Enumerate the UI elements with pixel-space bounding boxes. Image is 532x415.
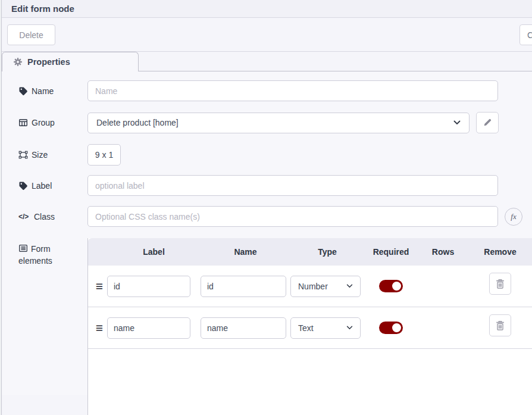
trash-icon <box>495 320 505 331</box>
group-select[interactable]: Delete product [home] <box>87 113 470 133</box>
element-name-input[interactable] <box>201 317 286 339</box>
trash-icon <box>495 279 505 289</box>
label-label: Label <box>18 181 87 191</box>
chevron-down-icon <box>346 326 353 330</box>
dialog-toolbar: Delete Cancel <box>2 18 532 52</box>
edit-group-button[interactable] <box>476 112 499 133</box>
form-elements-table: Label Name Type Required Rows Remove ≡ N… <box>87 238 532 415</box>
name-row: Name <box>2 80 532 101</box>
cancel-button[interactable]: Cancel <box>520 24 532 45</box>
toggle-knob <box>392 282 401 291</box>
tag-icon <box>18 86 28 96</box>
element-type-select[interactable]: Number <box>290 276 361 297</box>
size-label: Size <box>18 150 87 160</box>
class-label: </> Class <box>18 212 87 221</box>
col-header-label: Label <box>107 247 201 257</box>
code-icon: </> <box>18 213 30 221</box>
list-icon <box>18 244 28 253</box>
chevron-down-icon <box>453 120 461 125</box>
class-expression-button[interactable]: fx <box>505 208 522 226</box>
pencil-icon <box>483 118 492 127</box>
group-row: Group Delete product [home] <box>2 112 532 133</box>
group-label: Group <box>18 118 87 127</box>
element-label-input[interactable] <box>107 276 190 297</box>
class-input[interactable] <box>87 206 498 227</box>
gear-icon <box>13 57 23 67</box>
remove-element-button[interactable] <box>489 314 511 336</box>
element-label-input[interactable] <box>107 317 190 339</box>
tab-properties[interactable]: Properties <box>2 52 139 71</box>
class-row: </> Class fx <box>2 206 532 227</box>
dialog-header: Edit form node <box>2 0 532 18</box>
edit-form-node-dialog: Edit form node Delete Cancel Pr <box>1 0 532 415</box>
form-elements-table-header: Label Name Type Required Rows Remove <box>88 238 532 266</box>
remove-element-button[interactable] <box>489 273 511 295</box>
element-name-input[interactable] <box>201 276 286 297</box>
form-elements-row: Form elements Label Name Type Required R… <box>2 238 532 415</box>
element-type-select[interactable]: Text <box>290 317 361 339</box>
required-toggle[interactable] <box>379 280 403 292</box>
delete-button[interactable]: Delete <box>7 24 55 45</box>
table-icon <box>18 118 28 127</box>
size-button[interactable]: 9 x 1 <box>87 144 121 166</box>
object-group-icon <box>18 150 28 160</box>
name-input[interactable] <box>87 80 498 101</box>
toggle-knob <box>392 323 401 332</box>
required-toggle[interactable] <box>379 322 403 334</box>
table-empty-area <box>88 349 532 415</box>
group-select-value: Delete product [home] <box>96 118 179 127</box>
col-header-name: Name <box>201 247 290 257</box>
form-elements-label: Form elements <box>18 238 87 267</box>
name-label: Name <box>18 86 87 96</box>
label-input[interactable] <box>87 175 498 196</box>
col-header-remove: Remove <box>468 247 532 257</box>
properties-panel: Name Group Delete product [home] <box>2 71 532 395</box>
label-row: Label <box>2 175 532 196</box>
chevron-down-icon <box>346 284 353 288</box>
form-element-row-id: ≡ Number <box>88 266 532 307</box>
col-header-type: Type <box>290 247 364 257</box>
col-header-required: Required <box>364 247 418 257</box>
tag-icon <box>18 181 28 191</box>
drag-handle-icon[interactable]: ≡ <box>88 282 107 291</box>
drag-handle-icon[interactable]: ≡ <box>88 323 107 333</box>
col-header-rows: Rows <box>418 247 468 257</box>
tab-bar: Properties <box>2 52 532 71</box>
form-element-row-name: ≡ Text <box>88 307 532 349</box>
size-row: Size 9 x 1 <box>2 144 532 166</box>
tab-properties-label: Properties <box>27 57 70 67</box>
dialog-title: Edit form node <box>11 4 74 14</box>
